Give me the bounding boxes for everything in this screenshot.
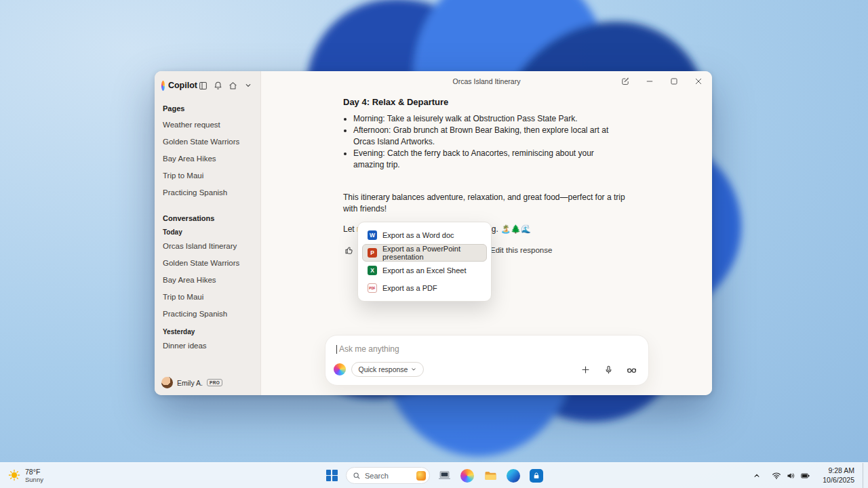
clock-widget[interactable]: 9:28 AM 10/6/2025 — [817, 466, 860, 484]
plus-icon[interactable] — [580, 364, 591, 375]
laptop-app-icon[interactable] — [435, 467, 453, 485]
file-explorer-icon[interactable] — [481, 467, 499, 485]
chat-pane: Orcas Island Itinerary Day 4: Relax & De… — [261, 71, 712, 395]
sidebar-header: Copilot — [155, 77, 260, 94]
copilot-logo-icon — [334, 363, 346, 375]
menu-item-label: Export as a PowerPoint presentation — [382, 245, 481, 261]
window-title: Orcas Island Itinerary — [453, 77, 521, 85]
profile-button[interactable]: Emily A. PRO — [161, 377, 222, 388]
bullet-item: Afternoon: Grab brunch at Brown Bear Bak… — [353, 125, 623, 147]
search-placeholder: Search — [365, 472, 412, 480]
start-button[interactable] — [323, 467, 340, 485]
copilot-logo-icon — [161, 81, 165, 91]
menu-item-export-word[interactable]: W Export as a Word doc — [362, 226, 487, 244]
close-button[interactable] — [693, 76, 704, 87]
composer: Ask me anything Quick response — [325, 335, 649, 386]
message-bullet-list: Morning: Take a leisurely walk at Obstru… — [343, 113, 623, 170]
search-icon — [353, 472, 361, 480]
conversations-section-header: Conversations — [155, 214, 260, 222]
sidebar-conversation-item[interactable]: Practicing Spanish — [155, 305, 260, 322]
chevron-down-icon[interactable] — [242, 80, 254, 92]
weather-widget[interactable]: 78°F Sunny — [0, 468, 52, 484]
message-heading: Day 4: Relax & Departure — [343, 97, 631, 107]
menu-item-export-excel[interactable]: X Export as an Excel Sheet — [362, 262, 487, 279]
pro-badge: PRO — [207, 379, 222, 386]
copilot-window: Copilot Pages Weather request Golden Sta… — [155, 71, 712, 395]
menu-item-export-pdf[interactable]: PDF Export as a PDF — [362, 279, 487, 297]
wifi-icon — [772, 471, 781, 481]
window-titlebar: Orcas Island Itinerary — [261, 71, 712, 92]
battery-icon — [800, 471, 810, 481]
weather-temp: 78°F — [25, 468, 43, 476]
thumbs-up-icon[interactable] — [343, 245, 355, 256]
sidebar-page-item[interactable]: Practicing Spanish — [155, 184, 260, 201]
menu-item-label: Export as an Excel Sheet — [382, 266, 467, 274]
sidebar-conversation-item[interactable]: Dinner ideas — [155, 337, 260, 354]
search-highlights-icon — [416, 471, 426, 481]
windows-logo-icon — [326, 470, 338, 481]
message-summary: This itinerary balances adventure, relax… — [343, 192, 631, 215]
menu-item-export-powerpoint[interactable]: P Export as a PowerPoint presentation — [362, 244, 487, 262]
powerpoint-icon: P — [368, 248, 377, 258]
response-mode-selector[interactable]: Quick response — [351, 362, 425, 377]
maximize-button[interactable] — [669, 76, 679, 87]
show-desktop-button[interactable] — [863, 463, 865, 488]
pages-section-header: Pages — [155, 104, 260, 113]
pdf-icon: PDF — [368, 283, 377, 293]
sidebar-conversation-item[interactable]: Trip to Maui — [155, 288, 260, 305]
home-icon[interactable] — [227, 80, 239, 92]
excel-icon: X — [368, 266, 377, 275]
sidebar-page-item[interactable]: Golden State Warriors — [155, 133, 260, 150]
export-menu: W Export as a Word doc P Export as a Pow… — [357, 222, 492, 302]
bullet-item: Evening: Catch the ferry back to Anacort… — [353, 148, 623, 170]
today-subheader: Today — [155, 228, 260, 236]
input-placeholder: Ask me anything — [339, 344, 399, 354]
avatar — [161, 377, 173, 388]
word-icon: W — [368, 230, 377, 240]
minimize-button[interactable] — [644, 76, 655, 87]
edit-response-label: Edit this response — [490, 246, 552, 254]
pages-icon[interactable] — [197, 80, 209, 92]
system-tray[interactable] — [768, 471, 814, 481]
brand-name: Copilot — [168, 81, 197, 90]
taskbar: 78°F Sunny Search — [0, 462, 868, 488]
message-input[interactable]: Ask me anything — [326, 336, 648, 357]
composer-toolbar: Quick response — [326, 357, 648, 385]
sidebar-page-item[interactable]: Bay Area Hikes — [155, 150, 260, 167]
sidebar-conversation-item[interactable]: Golden State Warriors — [155, 254, 260, 271]
notifications-bell-icon[interactable] — [212, 80, 224, 92]
sidebar-page-item[interactable]: Trip to Maui — [155, 167, 260, 184]
text-caret — [336, 345, 338, 354]
profile-name: Emily A. — [177, 379, 203, 387]
menu-item-label: Export as a Word doc — [382, 231, 454, 239]
bullet-item: Morning: Take a leisurely walk at Obstru… — [353, 113, 623, 124]
volume-icon — [786, 471, 795, 481]
copilot-app-icon[interactable] — [458, 467, 476, 485]
response-mode-label: Quick response — [359, 365, 408, 373]
sidebar-conversation-item[interactable]: Bay Area Hikes — [155, 271, 260, 288]
sun-icon — [8, 469, 20, 481]
tray-date: 10/6/2025 — [823, 476, 854, 485]
weather-condition: Sunny — [25, 476, 43, 483]
microphone-icon[interactable] — [603, 364, 614, 375]
microsoft-store-icon[interactable] — [528, 467, 545, 485]
tray-time: 9:28 AM — [823, 466, 854, 475]
voice-mode-icon[interactable] — [626, 364, 637, 375]
hidden-icons-chevron[interactable] — [753, 472, 761, 480]
sidebar-conversation-item[interactable]: Orcas Island Itinerary — [155, 237, 260, 254]
compose-icon[interactable] — [620, 76, 631, 87]
taskbar-search-input[interactable]: Search — [346, 467, 430, 484]
sidebar: Copilot Pages Weather request Golden Sta… — [155, 71, 261, 395]
sidebar-page-item[interactable]: Weather request — [155, 116, 260, 133]
edge-icon[interactable] — [505, 467, 522, 485]
yesterday-subheader: Yesterday — [155, 328, 260, 336]
menu-item-label: Export as a PDF — [382, 284, 437, 292]
chevron-down-icon — [411, 367, 416, 372]
